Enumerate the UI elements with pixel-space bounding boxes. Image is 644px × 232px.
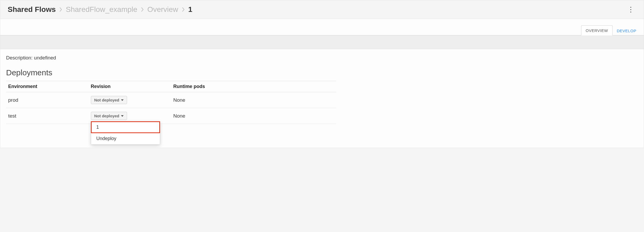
col-header-environment: Environment: [6, 81, 89, 92]
dropdown-item-undeploy[interactable]: Undeploy: [91, 133, 160, 144]
col-header-runtime-pods: Runtime pods: [171, 81, 336, 92]
env-cell: test: [6, 108, 89, 124]
env-cell: prod: [6, 92, 89, 108]
breadcrumb-item-overview[interactable]: Overview: [147, 5, 178, 14]
tab-develop[interactable]: DEVELOP: [613, 26, 641, 35]
more-menu-icon[interactable]: ⋮: [625, 5, 636, 14]
caret-down-icon: [121, 115, 124, 117]
toolbar-strip: [0, 35, 644, 49]
revision-dropdown-menu: 1 Undeploy: [91, 121, 160, 145]
runtime-cell: None: [171, 92, 336, 108]
breadcrumb-current: 1: [188, 5, 193, 14]
breadcrumb: Shared Flows SharedFlow_example Overview…: [8, 5, 192, 14]
revision-dropdown-test[interactable]: Not deployed: [91, 112, 127, 120]
dropdown-item-revision-1[interactable]: 1: [91, 122, 160, 133]
description-line: Description: undefined: [6, 55, 638, 61]
description-value: undefined: [34, 55, 56, 61]
revision-dropdown-label: Not deployed: [94, 98, 119, 102]
chevron-right-icon: [141, 7, 144, 12]
tab-overview[interactable]: OVERVIEW: [581, 25, 613, 35]
breadcrumb-root[interactable]: Shared Flows: [8, 5, 56, 14]
deployments-heading: Deployments: [6, 68, 638, 77]
chevron-right-icon: [59, 7, 62, 12]
col-header-revision: Revision: [89, 81, 171, 92]
table-row: test Not deployed 1 Undeploy: [6, 108, 336, 124]
chevron-right-icon: [182, 7, 185, 12]
deployments-table: Environment Revision Runtime pods prod N…: [6, 81, 336, 124]
caret-down-icon: [121, 99, 124, 101]
description-label: Description:: [6, 55, 32, 61]
breadcrumb-item-sharedflow[interactable]: SharedFlow_example: [66, 5, 137, 14]
revision-dropdown-prod[interactable]: Not deployed: [91, 96, 127, 104]
tabs: OVERVIEW DEVELOP: [0, 19, 644, 35]
table-row: prod Not deployed None: [6, 92, 336, 108]
revision-dropdown-label: Not deployed: [94, 114, 119, 118]
runtime-cell: None: [171, 108, 336, 124]
